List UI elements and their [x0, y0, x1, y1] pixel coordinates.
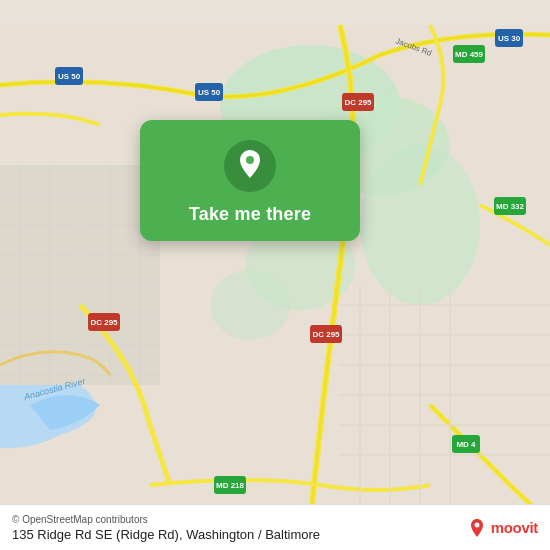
moovit-logo: moovit: [467, 518, 538, 538]
bottom-left-info: © OpenStreetMap contributors 135 Ridge R…: [12, 514, 320, 542]
svg-text:MD 459: MD 459: [455, 50, 484, 59]
svg-point-52: [246, 156, 254, 164]
svg-text:US 50: US 50: [58, 72, 81, 81]
svg-point-5: [210, 270, 290, 340]
map-container: US 50 US 50 US 30 MD 459 DC 295 MD 332 D…: [0, 0, 550, 550]
svg-text:MD 332: MD 332: [496, 202, 525, 211]
svg-text:US 30: US 30: [498, 34, 521, 43]
location-pin-icon: [236, 150, 264, 182]
map-svg: US 50 US 50 US 30 MD 459 DC 295 MD 332 D…: [0, 0, 550, 550]
svg-text:MD 4: MD 4: [456, 440, 476, 449]
osm-attribution: © OpenStreetMap contributors: [12, 514, 320, 525]
take-me-there-button-label: Take me there: [189, 204, 311, 225]
svg-point-53: [474, 522, 479, 527]
bottom-bar: © OpenStreetMap contributors 135 Ridge R…: [0, 504, 550, 550]
svg-text:DC 295: DC 295: [90, 318, 118, 327]
svg-text:US 50: US 50: [198, 88, 221, 97]
address-text: 135 Ridge Rd SE (Ridge Rd), Washington /…: [12, 527, 320, 542]
moovit-brand-label: moovit: [491, 519, 538, 536]
svg-text:DC 295: DC 295: [312, 330, 340, 339]
action-card[interactable]: Take me there: [140, 120, 360, 241]
svg-point-3: [360, 145, 480, 305]
svg-text:MD 218: MD 218: [216, 481, 245, 490]
svg-text:DC 295: DC 295: [344, 98, 372, 107]
location-icon-wrapper: [224, 140, 276, 192]
moovit-pin-icon: [467, 518, 487, 538]
